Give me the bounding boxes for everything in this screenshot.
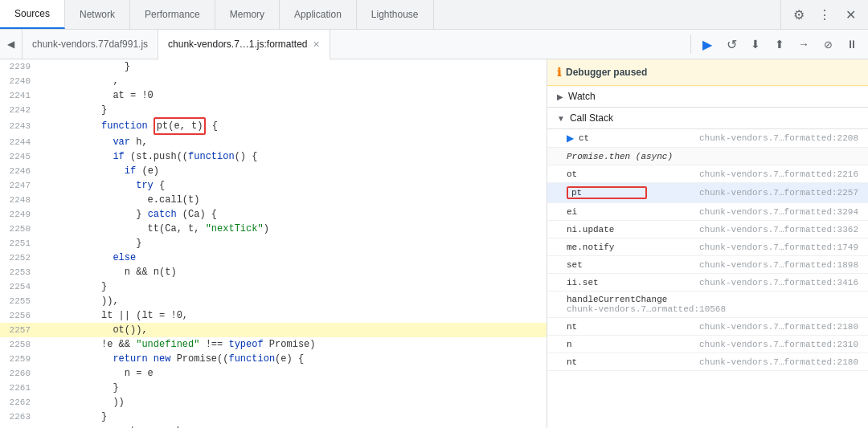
deactivate-breakpoints-button[interactable]: ⊘: [818, 35, 837, 54]
pause-on-exceptions-button[interactable]: ⏸: [842, 35, 862, 54]
code-panel[interactable]: 2239 } 2240 , 2241 at = !0 2242 }: [0, 59, 547, 428]
code-line-2239: 2239 }: [0, 59, 547, 74]
code-line-2264: 2264 var mt = new he;: [0, 424, 547, 428]
tab-network[interactable]: Network: [65, 0, 130, 29]
stack-loc-ct: chunk-vendors.7…formatted:2208: [699, 133, 858, 143]
stack-item-n[interactable]: n chunk-vendors.7…formatted:2310: [547, 336, 868, 353]
stack-item-me-notify[interactable]: me.notify chunk-vendors.7…formatted:1749: [547, 238, 868, 256]
step-button[interactable]: →: [794, 35, 813, 54]
stack-loc-set: chunk-vendors.7…formatted:1898: [699, 260, 858, 270]
stack-loc-me-notify: chunk-vendors.7…formatted:1749: [699, 243, 858, 252]
file-tab-bar: ◀ chunk-vendors.77daf991.js chunk-vendor…: [0, 30, 868, 59]
stack-loc-pt: chunk-vendors.7…formatted:2257: [699, 188, 858, 198]
tab-performance-label: Performance: [145, 9, 200, 20]
settings-button[interactable]: ⚙: [788, 3, 810, 26]
stack-fn-ei: ei: [567, 207, 647, 217]
code-line-2260: 2260 n = e: [0, 366, 547, 381]
step-out-button[interactable]: ⬆: [770, 35, 789, 54]
code-line-2256: 2256 lt || (lt = !0,: [0, 308, 547, 323]
main-tab-bar: Sources Network Performance Memory Appli…: [0, 0, 868, 30]
tab-performance[interactable]: Performance: [130, 0, 215, 29]
file-tab-chunk-vendors-min[interactable]: chunk-vendors.77daf991.js: [23, 30, 158, 59]
code-line-2253: 2253 n && n(t): [0, 265, 547, 279]
tab-sources-label: Sources: [14, 8, 50, 19]
tab-network-label: Network: [80, 9, 115, 20]
tab-memory[interactable]: Memory: [215, 0, 280, 29]
stack-item-ot[interactable]: ot chunk-vendors.7…formatted:2216: [547, 165, 868, 183]
call-stack-chevron-icon: ▼: [557, 114, 565, 123]
resume-button[interactable]: ▶: [698, 35, 717, 54]
file-tab-chunk-vendors-fmt[interactable]: chunk-vendors.7…1.js:formatted ✕: [158, 30, 330, 59]
stack-item-pt[interactable]: pt chunk-vendors.7…formatted:2257: [547, 183, 868, 203]
code-line-2262: 2262 )): [0, 395, 547, 410]
stack-fn-set: set: [567, 260, 647, 270]
file-tab-chunk-vendors-min-label: chunk-vendors.77daf991.js: [32, 39, 148, 50]
file-tab-back[interactable]: ◀: [0, 30, 23, 59]
close-devtools-button[interactable]: ✕: [839, 3, 862, 26]
stack-loc-nt-2: chunk-vendors.7…formatted:2180: [699, 357, 858, 367]
more-options-button[interactable]: ⋮: [813, 3, 836, 26]
code-line-2246: 2246 if (e): [0, 164, 547, 178]
code-line-2259: 2259 return new Promise((function(e) {: [0, 352, 547, 366]
watch-section-header[interactable]: ▶ Watch: [547, 86, 868, 108]
stack-loc-ii-set: chunk-vendors.7…formatted:3416: [699, 278, 858, 287]
code-line-2247: 2247 try {: [0, 178, 547, 193]
file-tab-close-button[interactable]: ✕: [313, 39, 320, 50]
code-line-2251: 2251 }: [0, 236, 547, 251]
stack-item-ei[interactable]: ei chunk-vendors.7…formatted:3294: [547, 203, 868, 221]
stack-item-ni-update[interactable]: ni.update chunk-vendors.7…formatted:3362: [547, 221, 868, 238]
code-line-2249: 2249 } catch (Ca) {: [0, 207, 547, 222]
stack-fn-ii-set: ii.set: [567, 278, 647, 287]
right-panel: ℹ Debugger paused ▶ Watch ▼ Call Stack ▶…: [547, 59, 868, 428]
code-line-2248: 2248 e.call(t): [0, 193, 547, 207]
stack-fn-n: n: [567, 340, 647, 349]
info-icon: ℹ: [557, 66, 561, 79]
step-into-button[interactable]: ⬇: [746, 35, 765, 54]
stack-loc-nt-1: chunk-vendors.7…formatted:2180: [699, 322, 858, 332]
stack-loc-n: chunk-vendors.7…formatted:2310: [699, 340, 858, 349]
call-stack-label: Call Stack: [570, 112, 613, 124]
stack-item-set[interactable]: set chunk-vendors.7…formatted:1898: [547, 256, 868, 274]
step-over-button[interactable]: ↺: [722, 35, 741, 54]
code-line-2261: 2261 }: [0, 381, 547, 395]
call-stack-section-header[interactable]: ▼ Call Stack: [547, 108, 868, 129]
tab-lighthouse-label: Lighthouse: [371, 9, 419, 20]
stack-fn-me-notify: me.notify: [567, 243, 647, 252]
devtools-toolbar-right: ⚙ ⋮ ✕: [780, 0, 868, 29]
tab-application-label: Application: [294, 9, 342, 20]
tab-memory-label: Memory: [230, 9, 264, 20]
stack-fn-async: Promise.then (async): [567, 152, 673, 161]
code-line-2242: 2242 }: [0, 103, 547, 117]
stack-loc-ei: chunk-vendors.7…formatted:3294: [699, 207, 858, 217]
stack-item-ii-set[interactable]: ii.set chunk-vendors.7…formatted:3416: [547, 274, 868, 291]
stack-item-nt-1[interactable]: nt chunk-vendors.7…formatted:2180: [547, 318, 868, 336]
stack-item-handleCurrentChange[interactable]: handleCurrentChange chunk-vendors.7…orma…: [547, 291, 868, 318]
debugger-paused-banner: ℹ Debugger paused: [547, 59, 868, 86]
tab-lighthouse[interactable]: Lighthouse: [357, 0, 434, 29]
stack-fn-ni-update: ni.update: [567, 225, 647, 234]
debugger-controls: ▶ ↺ ⬇ ⬆ → ⊘ ⏸: [690, 35, 868, 54]
code-line-2241: 2241 at = !0: [0, 88, 547, 103]
tab-application[interactable]: Application: [280, 0, 357, 29]
call-stack-list: ▶ ct chunk-vendors.7…formatted:2208 Prom…: [547, 129, 868, 428]
stack-fn-nt-2: nt: [567, 357, 647, 367]
code-line-2263: 2263 }: [0, 410, 547, 424]
stack-item-async: Promise.then (async): [547, 148, 868, 165]
code-lines-container: 2239 } 2240 , 2241 at = !0 2242 }: [0, 59, 547, 428]
debugger-paused-text: Debugger paused: [566, 67, 647, 78]
main-area: 2239 } 2240 , 2241 at = !0 2242 }: [0, 59, 868, 428]
code-line-2254: 2254 }: [0, 279, 547, 294]
watch-label: Watch: [568, 91, 596, 102]
stack-item-nt-2[interactable]: nt chunk-vendors.7…formatted:2180: [547, 353, 868, 371]
code-line-2252: 2252 else: [0, 251, 547, 265]
watch-chevron-icon: ▶: [557, 92, 563, 101]
stack-item-ct[interactable]: ▶ ct chunk-vendors.7…formatted:2208: [547, 129, 868, 148]
stack-fn-pt: pt: [567, 186, 647, 199]
stack-fn-ot: ot: [567, 169, 647, 179]
file-tab-chunk-vendors-fmt-label: chunk-vendors.7…1.js:formatted: [168, 39, 307, 50]
tab-sources[interactable]: Sources: [0, 0, 65, 29]
code-line-2255: 2255 )),: [0, 294, 547, 308]
code-line-2245: 2245 if (st.push((function() {: [0, 149, 547, 164]
stack-fn-handleCurrentChange: handleCurrentChange: [567, 295, 667, 304]
code-line-2240: 2240 ,: [0, 74, 547, 88]
